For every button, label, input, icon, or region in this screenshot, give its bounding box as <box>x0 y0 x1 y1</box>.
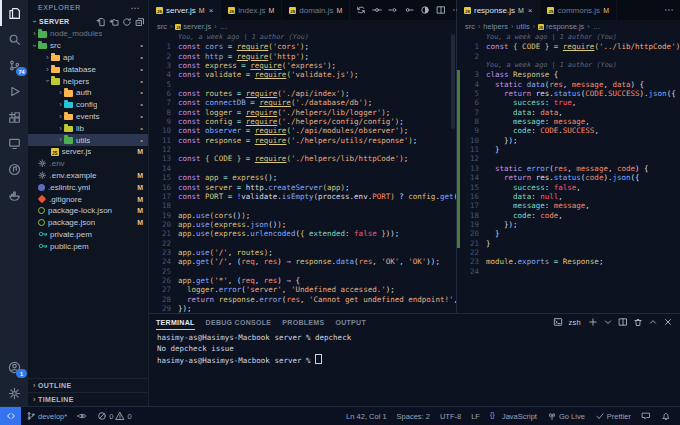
maximize-panel-icon[interactable] <box>648 317 658 327</box>
tab-index.js[interactable]: JSindex.jsM <box>221 0 282 20</box>
code-line[interactable]: 1const { CODE } = require('../lib/httpCo… <box>457 42 680 51</box>
collapse-all-icon[interactable] <box>135 17 145 27</box>
tree-item-lib[interactable]: ›lib• <box>28 122 148 134</box>
code-line[interactable]: 7 data: data, <box>457 108 680 117</box>
breadcrumb-item[interactable]: response.js <box>546 22 584 31</box>
activitybar-remote-explorer-icon[interactable] <box>0 130 28 156</box>
statusbar-encoding[interactable]: UTF-8 <box>435 407 466 425</box>
code-line[interactable]: 29}); <box>149 304 456 313</box>
previous-change-icon[interactable] <box>388 5 398 15</box>
terminal-output[interactable]: hasimy-as@Hasimys-Macbook server % depch… <box>149 330 680 406</box>
breadcrumb-item[interactable]: … <box>220 22 228 31</box>
kill-terminal-icon[interactable] <box>633 317 643 327</box>
breadcrumb-item[interactable]: src <box>465 22 475 31</box>
code-line[interactable]: 21app.use(express.urlencoded({ extended:… <box>149 229 456 238</box>
code-line[interactable]: 8const logger = require('./helpers/lib/l… <box>149 108 456 117</box>
code-line[interactable]: 15const app = express(); <box>149 173 456 182</box>
code-line[interactable]: 28 return response.error(res, 'Cannot ge… <box>149 295 456 304</box>
tree-item-.env[interactable]: .env <box>28 158 148 170</box>
code-line[interactable]: 16const server = http.createServer(app); <box>149 183 456 192</box>
activitybar-docker-icon[interactable] <box>0 182 28 208</box>
tab-domain.js[interactable]: JSdomain.jsM <box>282 0 350 20</box>
sidebar-section-timeline[interactable]: ›TIMELINE <box>28 392 148 406</box>
code-line[interactable]: 22 <box>149 239 456 248</box>
code-line[interactable]: 10const observer = require('./api/module… <box>149 126 456 135</box>
code-line[interactable]: 17 message: message, <box>457 201 680 210</box>
activitybar-source-control-icon[interactable]: 74 <box>0 52 28 78</box>
code-line[interactable]: 9 code: CODE.SUCCESS, <box>457 126 680 135</box>
code-line[interactable]: 12 <box>457 154 680 163</box>
code-editor[interactable]: You, a week ago | 1 author (You)1const {… <box>457 33 680 313</box>
statusbar-notifications[interactable] <box>656 407 676 425</box>
scrollbar[interactable] <box>451 34 455 129</box>
tree-item-.env.example[interactable]: .env.exampleM <box>28 170 148 182</box>
statusbar-eol[interactable]: LF <box>466 407 485 425</box>
code-line[interactable]: 25 <box>149 267 456 276</box>
more-actions-icon[interactable] <box>664 5 674 15</box>
statusbar-language-mode[interactable]: {}JavaScript <box>485 407 542 425</box>
new-folder-icon[interactable] <box>109 17 119 27</box>
statusbar-prettier[interactable]: Prettier <box>590 407 636 425</box>
tree-item-public.pem[interactable]: public.pem <box>28 240 148 252</box>
toggle-blame-icon[interactable] <box>420 5 430 15</box>
code-line[interactable]: 14 return res.status(code).json({ <box>457 173 680 182</box>
activitybar-explorer-icon[interactable] <box>0 0 28 26</box>
code-line[interactable]: 5 return res.status(CODE.SUCCESS).json({ <box>457 89 680 98</box>
sidebar-section-outline[interactable]: ›OUTLINE <box>28 378 148 392</box>
code-line[interactable]: 18 code: code, <box>457 211 680 220</box>
tab-commons.js[interactable]: JScommons.jsM <box>540 0 617 20</box>
explorer-more-icon[interactable]: ⋯ <box>130 6 140 10</box>
statusbar-go-live[interactable]: Go Live <box>542 407 590 425</box>
code-line[interactable]: 5 <box>149 80 456 89</box>
tree-item-auth[interactable]: ›auth• <box>28 87 148 99</box>
panel-tab-problems[interactable]: PROBLEMS <box>282 314 324 330</box>
tab-server.js[interactable]: JSserver.jsM× <box>149 0 221 20</box>
statusbar-cursor-position[interactable]: Ln 42, Col 1 <box>341 407 391 425</box>
code-line[interactable]: 19app.use(cors()); <box>149 211 456 220</box>
tree-item-package-lock.json[interactable]: package-lock.jsonM <box>28 205 148 217</box>
tree-item-src[interactable]: ›src• <box>28 40 148 52</box>
activitybar-accounts-icon[interactable]: 1 <box>0 354 28 380</box>
panel-tab-output[interactable]: OUTPUT <box>335 314 366 330</box>
code-line[interactable]: 12 <box>149 145 456 154</box>
tree-item-events[interactable]: ›events• <box>28 111 148 123</box>
terminal-prompt[interactable]: hasimy-as@Hasimys-Macbook server % <box>157 354 680 366</box>
close-icon[interactable]: × <box>528 6 533 15</box>
code-line[interactable]: 2 <box>457 52 680 61</box>
code-line[interactable]: 18 <box>149 201 456 210</box>
activitybar-search-icon[interactable] <box>0 26 28 52</box>
panel-tab-debug-console[interactable]: DEBUG CONSOLE <box>206 314 272 330</box>
sync-icon[interactable] <box>356 5 366 15</box>
breadcrumb-item[interactable]: utils <box>516 22 529 31</box>
statusbar-git-branch[interactable]: develop* <box>21 407 72 425</box>
split-terminal-icon[interactable] <box>618 317 628 327</box>
code-line[interactable]: 23app.use('/', routes); <box>149 248 456 257</box>
code-line[interactable]: 26app.get('*', (req, res) ⇒ { <box>149 276 456 285</box>
code-line[interactable]: 22 <box>457 248 680 257</box>
new-terminal-icon[interactable] <box>588 317 598 327</box>
close-icon[interactable]: × <box>209 6 214 15</box>
activitybar-music-extension-icon[interactable] <box>0 156 28 182</box>
tree-item-.gitignore[interactable]: .gitignoreM <box>28 193 148 205</box>
code-line[interactable]: 23module.exports = Response; <box>457 257 680 266</box>
code-line[interactable]: 4 static data(res, message, data) { <box>457 80 680 89</box>
code-line[interactable]: 24 <box>457 267 680 276</box>
tree-item-utils[interactable]: ›utils• <box>28 134 148 146</box>
activitybar-run-debug-icon[interactable] <box>0 78 28 104</box>
code-line[interactable]: 14 <box>149 164 456 173</box>
tree-item-package.json[interactable]: package.jsonM <box>28 217 148 229</box>
code-line[interactable]: 8 message: message, <box>457 117 680 126</box>
statusbar-problems[interactable]: 00 <box>92 407 136 425</box>
code-line[interactable]: 20app.use(express.json()); <box>149 220 456 229</box>
breadcrumb-item[interactable]: server.js <box>183 22 211 31</box>
tree-item-node_modules[interactable]: ›node_modules <box>28 28 148 40</box>
tree-item-private.pem[interactable]: private.pem <box>28 229 148 241</box>
code-line[interactable]: 10 }); <box>457 136 680 145</box>
close-panel-icon[interactable] <box>663 317 673 327</box>
code-line[interactable]: 2const http = require('http'); <box>149 52 456 61</box>
code-line[interactable]: 15 success: false, <box>457 183 680 192</box>
code-line[interactable]: 4const validate = require('validate.js')… <box>149 70 456 79</box>
code-line[interactable]: 21} <box>457 239 680 248</box>
split-editor-icon[interactable] <box>436 5 446 15</box>
terminal-select-icon[interactable] <box>553 317 563 327</box>
